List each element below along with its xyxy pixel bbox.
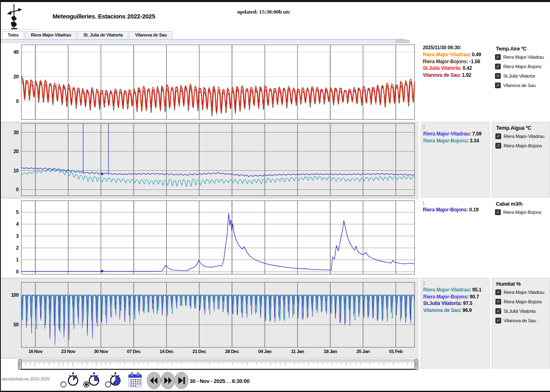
- slider-handle-left[interactable]: [18, 359, 22, 370]
- calendar-icon[interactable]: [128, 372, 142, 389]
- legend-label: St.Julià Vilatorta: [503, 73, 535, 78]
- series-Riera Major-Bojons: [21, 213, 415, 271]
- checkbox-icon[interactable]: [495, 318, 501, 323]
- readout-row: St.Julià Vilatorta: 97.5: [423, 300, 489, 307]
- rewind-button[interactable]: [147, 371, 161, 391]
- svg-text:30: 30: [14, 130, 19, 135]
- legend-label: Riera Major-Viladrau: [503, 55, 544, 60]
- legend-item[interactable]: Riera Major-Bojons: [495, 64, 550, 69]
- stopwatch-eighth-icon[interactable]: [67, 372, 79, 389]
- toolbar-strip: [1, 39, 404, 43]
- legend-item[interactable]: Riera Major-Bojons: [495, 143, 550, 149]
- checkbox-icon[interactable]: [495, 299, 501, 305]
- chart-humitat[interactable]: 5010016 Nov23 Nov30 Nov07 Dec14 Dec21 De…: [0, 278, 419, 357]
- svg-text:4: 4: [16, 221, 19, 227]
- readout-series-label: Riera Major-Bojons: [423, 59, 466, 64]
- svg-text:20: 20: [14, 74, 19, 80]
- readout-row: Vilanova de Sau: 1.92: [423, 72, 490, 79]
- checkbox-icon[interactable]: [495, 289, 501, 295]
- chart-temp-aigua[interactable]: 0102030: [0, 122, 419, 197]
- legend-title: Cabal m3/h: [496, 201, 550, 207]
- band-humitat: 5010016 Nov23 Nov30 Nov07 Dec14 Dec21 De…: [0, 278, 419, 358]
- readout-datetime: :: [423, 199, 490, 206]
- stopwatch-half-icon[interactable]: [109, 372, 121, 389]
- svg-text:0: 0: [16, 187, 19, 193]
- readout-datetime: :: [423, 124, 489, 131]
- tab-bar: TotesRiera Major-ViladrauSt. Julia de Vi…: [2, 31, 173, 39]
- svg-text:100: 100: [11, 292, 19, 298]
- legend-panel-temp-aire: Temp.Aire ºC Riera Major-ViladrauRiera M…: [492, 43, 550, 121]
- readout-datetime: 2025/11/30 06:30:: [423, 44, 490, 51]
- chart-temp-aire[interactable]: 02040: [0, 43, 419, 121]
- legend-label: Riera Major-Viladrau: [504, 290, 544, 295]
- checkbox-icon[interactable]: [495, 64, 501, 69]
- legend-label: Riera Major-Viladrau: [504, 134, 544, 139]
- logo-divider: [1, 29, 39, 30]
- current-time-marker: [101, 270, 103, 273]
- readout-row: Riera Major-Viladrau: 95.1: [423, 287, 489, 293]
- x-tick-label: 04 Jan: [258, 349, 272, 354]
- tab[interactable]: Riera Major-Viladrau: [25, 31, 77, 39]
- chart-cabal[interactable]: 012345: [0, 198, 419, 277]
- svg-text:20: 20: [14, 149, 19, 154]
- checkbox-icon[interactable]: [495, 73, 501, 79]
- readout-panel-temp-aire: 2025/11/30 06:30: Riera Major-Viladrau: …: [421, 43, 490, 121]
- credit-text: darwindata.eu 2015-2025: [2, 376, 50, 381]
- legend-item[interactable]: Vilanova de Sau: [495, 83, 550, 88]
- readout-row: Riera Major-Bojons: 3.34: [423, 138, 489, 144]
- readout-value: 0.19: [469, 207, 479, 213]
- x-tick-label: 23 Nov: [61, 349, 76, 354]
- readout-row: Riera Major-Bojons: 0.19: [423, 206, 490, 213]
- x-tick-label: 01 Feb: [389, 349, 403, 354]
- legend-item[interactable]: Vilanova de Sau: [495, 318, 550, 323]
- legend-label: Riera Major-Bojons: [503, 64, 541, 69]
- updated-timestamp: updated: 15:30:00h utc: [237, 9, 290, 15]
- checkbox-icon[interactable]: [495, 54, 501, 60]
- readout-series-label: Riera Major-Viladrau: [423, 287, 470, 293]
- readout-row: Riera Major-Bojons: 90.7: [423, 293, 489, 300]
- readout-value: 3.34: [470, 138, 479, 144]
- svg-text:50: 50: [14, 322, 19, 328]
- legend-item[interactable]: Riera Major-Bojons: [495, 299, 550, 305]
- weathervane-logo-icon: [3, 3, 25, 31]
- x-tick-label: 11 Jan: [291, 349, 304, 354]
- skip-end-button[interactable]: [174, 371, 189, 391]
- slider-handle-right[interactable]: [415, 359, 418, 370]
- readout-panel-humitat: : Riera Major-Viladrau: 95.1Riera Major-…: [421, 278, 490, 369]
- timeline-minimap: [19, 360, 417, 368]
- legend-item[interactable]: Riera Major-Bojons: [495, 209, 550, 215]
- readout-panel-temp-aigua: : Riera Major-Viladrau: 7.59Riera Major-…: [421, 122, 490, 197]
- current-datetime-text: 30 - Nov - 2025 . . 6:30:00: [190, 378, 250, 384]
- x-tick-label: 25 Jan: [356, 349, 370, 354]
- readout-row: Riera Major-Viladrau: 7.59: [423, 131, 489, 138]
- readout-row: St.Julià Vilatorta: 0.42: [423, 65, 490, 72]
- readout-row: Riera Major-Bojons: -1.56: [423, 58, 490, 65]
- legend-item[interactable]: Riera Major-Viladrau: [495, 54, 550, 60]
- readout-value: 0.49: [472, 52, 481, 57]
- svg-text:2: 2: [16, 245, 19, 251]
- timeline-range-slider[interactable]: [18, 360, 418, 370]
- page-title: Meteoguilleries. Estacions 2022-2025: [53, 13, 155, 20]
- tab[interactable]: Vilanova de Sau: [129, 31, 172, 39]
- legend-item[interactable]: Riera Major-Viladrau: [495, 133, 550, 139]
- stopwatch-quarter-icon[interactable]: [88, 372, 100, 389]
- tab[interactable]: Totes: [2, 31, 24, 39]
- speed-slow-radio[interactable]: [60, 381, 66, 387]
- tab[interactable]: St. Julia de Vilatorta: [78, 31, 128, 39]
- checkbox-icon[interactable]: [495, 143, 501, 149]
- readout-value: 0.42: [463, 65, 472, 71]
- x-tick-label: 28 Dec: [225, 349, 239, 354]
- checkbox-icon[interactable]: [495, 133, 501, 139]
- readout-row: Vilanova de Sau: 96.9: [423, 307, 489, 314]
- readout-row: Riera Major-Viladrau: 0.49: [423, 51, 490, 58]
- fast-forward-button[interactable]: [160, 371, 175, 391]
- legend-item[interactable]: Riera Major-Viladrau: [495, 289, 550, 295]
- checkbox-icon[interactable]: [495, 308, 501, 314]
- legend-item[interactable]: St.Julià Vilatorta: [495, 308, 550, 314]
- checkbox-icon[interactable]: [495, 83, 501, 88]
- legend-item[interactable]: St.Julià Vilatorta: [495, 73, 550, 79]
- readout-series-label: St.Julià Vilatorta: [423, 300, 460, 306]
- series-Riera Major-Bojons: [21, 170, 415, 187]
- checkbox-icon[interactable]: [495, 209, 501, 215]
- scrollbar-thumb[interactable]: [395, 40, 410, 43]
